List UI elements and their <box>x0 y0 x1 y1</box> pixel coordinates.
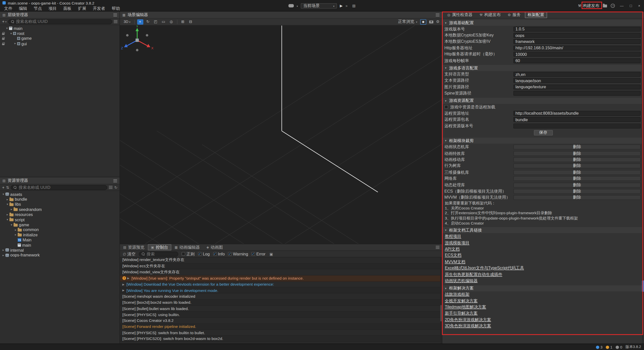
scene-select-dropdown[interactable]: 当前场景 ▾ <box>301 3 337 8</box>
doc-link[interactable]: 3D角色扮演游戏解决方案 <box>445 323 491 329</box>
caret-down-icon[interactable]: ▾ <box>5 27 9 30</box>
menu-item[interactable]: 文件 <box>1 6 16 12</box>
collapse-identical-icon[interactable]: ▣ <box>270 252 273 256</box>
field-input[interactable]: bundle <box>513 117 641 122</box>
create-asset-button[interactable]: + <box>2 185 5 190</box>
open-project-folder-icon[interactable] <box>603 4 607 7</box>
field-input[interactable]: 60 <box>513 58 641 63</box>
filter-error[interactable]: Error <box>251 252 265 256</box>
caret-right-icon[interactable]: ▶ <box>127 277 131 280</box>
delete-button[interactable]: 删除 <box>513 163 641 168</box>
chevron-down-icon[interactable]: ▾ <box>5 20 7 23</box>
log-row[interactable]: [Scene] [PHYSICS]: using builtin. <box>120 312 442 318</box>
log-row[interactable]: [Scene] meshopt wasm decoder initialized <box>120 294 442 300</box>
caret-down-icon[interactable]: ▾ <box>5 218 9 221</box>
menu-item[interactable]: 节点 <box>30 6 45 12</box>
hierarchy-search-input[interactable]: 搜索名称或 UUID <box>8 19 112 24</box>
field-input[interactable] <box>513 123 641 128</box>
warning-checkbox[interactable] <box>228 252 232 256</box>
doc-link[interactable]: 新手引导解决方案 <box>445 311 478 316</box>
field-input[interactable]: framework <box>513 39 641 44</box>
minimize-button[interactable]: — <box>619 4 625 8</box>
caret-down-icon[interactable]: ▼ <box>445 99 447 102</box>
caret-right-icon[interactable]: ▶ <box>123 283 127 286</box>
field-input[interactable]: zh,en <box>513 72 641 77</box>
section-header[interactable]: ▼框架文档工具链接 <box>442 227 644 233</box>
delete-button[interactable]: 删除 <box>513 176 641 181</box>
doc-link[interactable]: 游戏模板项目 <box>445 240 469 246</box>
snap-grid-icon[interactable]: ⊞ <box>180 19 186 24</box>
info-checkbox[interactable] <box>213 252 217 256</box>
tree-node-seedrandom[interactable]: ▸seedrandom <box>0 207 119 212</box>
scrollbar-thumb[interactable] <box>440 305 442 321</box>
mode-3d-toggle[interactable]: 3D ▾ <box>123 19 132 24</box>
refresh-icon[interactable]: ↻ <box>114 185 117 189</box>
field-input[interactable]: http://192.168.0.150/main/ <box>513 46 641 51</box>
doc-link[interactable]: 2D角色扮演游戏解决方案 <box>445 317 491 323</box>
menu-item[interactable]: 项目 <box>45 6 60 12</box>
tree-node-game[interactable]: ▾game <box>0 222 119 227</box>
caret-right-icon[interactable]: ▸ <box>1 254 5 257</box>
log-row[interactable]: [Window] model_view文件夹存在 <box>120 270 442 276</box>
tree-node-bundle[interactable]: ▸bundle <box>0 197 119 202</box>
caret-down-icon[interactable]: ▾ <box>9 32 13 35</box>
tab-build[interactable]: ⚒构建发布 <box>477 12 504 18</box>
log-row[interactable]: ▶[Window] You are running Vue in develop… <box>120 288 442 294</box>
caret-right-icon[interactable]: ▸ <box>1 249 5 252</box>
tree-node-Main[interactable]: TSMain <box>0 238 119 243</box>
tree-node-gui[interactable]: ▸gui <box>0 41 119 46</box>
doc-link[interactable]: 教程项目 <box>445 234 461 239</box>
filter-info[interactable]: Info <box>213 252 225 256</box>
build-publish-button[interactable]: ⚒ 构建发布 <box>578 3 599 9</box>
doc-link[interactable]: 全栈开发解决方案 <box>445 298 478 304</box>
tree-node-initialize[interactable]: ▸initialize <box>0 232 119 237</box>
field-input[interactable] <box>513 91 641 96</box>
menu-item[interactable]: 编辑 <box>16 6 30 12</box>
section-header[interactable]: ▼框架解决方案 <box>442 285 644 291</box>
tree-node-game[interactable]: game <box>0 36 119 41</box>
help-icon[interactable]: ? <box>611 4 615 8</box>
scrollbar-thumb[interactable] <box>642 280 644 292</box>
delete-button[interactable]: 删除 <box>513 157 641 162</box>
doc-link[interactable]: ECS文档 <box>445 253 461 258</box>
caret-down-icon[interactable]: ▾ <box>5 203 9 206</box>
filter-icon[interactable] <box>109 187 113 188</box>
menu-item[interactable]: 帮助 <box>108 6 123 12</box>
field-input[interactable]: language/json <box>513 78 641 83</box>
tree-node-root[interactable]: ▾root <box>0 31 119 36</box>
field-input[interactable]: 10000 <box>513 52 641 57</box>
gizmo-space-toggle[interactable]: ◎ <box>168 19 174 24</box>
doc-link[interactable]: Tiledmap地图解决方案 <box>445 304 486 310</box>
section-header[interactable]: ▼游戏多语言配置 <box>442 65 644 71</box>
caret-right-icon[interactable]: ▸ <box>10 208 14 211</box>
section-header[interactable]: ▼游戏基础配置 <box>442 20 644 26</box>
caret-right-icon[interactable]: ▸ <box>5 213 9 216</box>
remote-load-checkbox[interactable] <box>445 105 448 109</box>
tab-service[interactable]: ⚙服务 <box>505 12 524 18</box>
tab-inspector[interactable]: ◎属性检查器 <box>445 12 475 18</box>
delete-button[interactable]: 删除 <box>513 151 641 156</box>
caret-down-icon[interactable]: ▼ <box>445 229 447 232</box>
lighting-toggle[interactable] <box>420 19 426 24</box>
info-messages-badge[interactable]: 3 <box>596 345 602 349</box>
regex-checkbox[interactable] <box>181 252 185 256</box>
delete-button[interactable]: 删除 <box>513 189 641 194</box>
snap-rotate-icon[interactable]: ⊟ <box>187 19 193 24</box>
clear-console-button[interactable]: ∅ 清空 <box>123 251 135 257</box>
warning-messages-badge[interactable]: 1 <box>606 345 612 349</box>
console-scrollbar[interactable] <box>440 257 442 344</box>
caret-down-icon[interactable]: ▼ <box>445 67 447 69</box>
delete-button[interactable]: 删除 <box>513 195 641 200</box>
panel-menu-icon[interactable] <box>113 181 117 181</box>
log-row[interactable]: !▶[Window] [Vue warn]: Property "onInput… <box>120 276 442 282</box>
log-row[interactable]: [Scene] [PHYSICS]: switch from builtin t… <box>120 330 442 336</box>
log-row[interactable]: [Window] render_texture文件夹存在 <box>120 257 442 264</box>
tree-node-common[interactable]: ▸common <box>0 227 119 232</box>
assets-search-input[interactable]: 搜索名称或 UUID <box>11 185 107 190</box>
doc-link[interactable]: 原生包热更新配置自动生成插件 <box>445 272 502 277</box>
step-button[interactable]: » <box>345 4 347 8</box>
doc-link[interactable]: Excel格式转Json文件与TypeScript代码工具 <box>445 265 524 271</box>
panel-menu-icon[interactable] <box>113 15 117 15</box>
caret-right-icon[interactable]: ▶ <box>123 289 127 292</box>
filter-log[interactable]: Log <box>198 252 210 256</box>
